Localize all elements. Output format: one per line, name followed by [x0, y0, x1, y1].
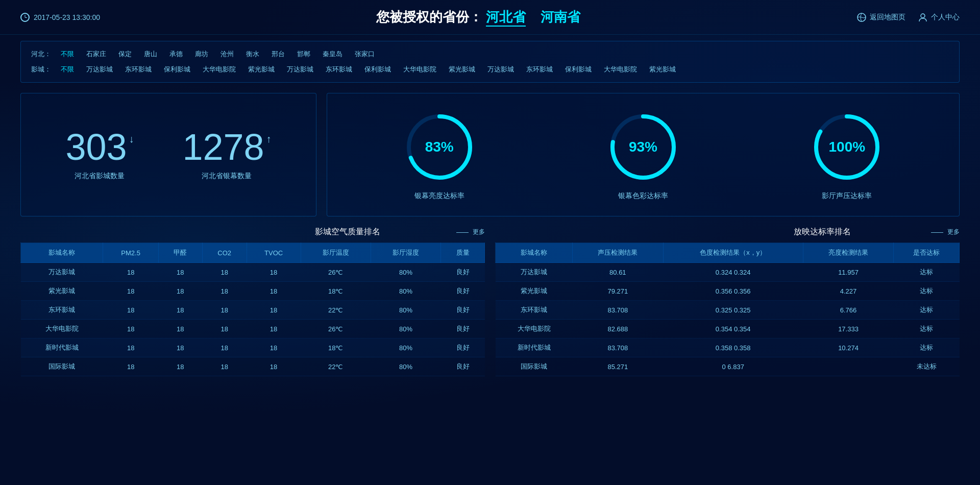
- table-cell-brightness: [803, 357, 893, 376]
- table-cell: 18: [158, 320, 202, 338]
- filter-item[interactable]: 东环影城: [523, 64, 556, 75]
- filter-item[interactable]: 保利影城: [161, 64, 193, 75]
- brightness-stat: 83% 银幕亮度达标率: [401, 109, 478, 201]
- filter-item[interactable]: 秦皇岛: [320, 48, 346, 60]
- table-cell: 22℃: [301, 301, 371, 320]
- filter-item[interactable]: 承德: [166, 48, 186, 60]
- broadcast-panel: 放映达标率排名 更多 影城名称 声压检测结果 色度检测结果（x，y） 亮度检测结…: [495, 227, 960, 376]
- table-row: 紫光影城79.2710.356 0.3564.227达标: [496, 282, 960, 301]
- filter-item[interactable]: 东环影城: [122, 64, 155, 75]
- table-cell: 18: [158, 357, 202, 376]
- filter-item[interactable]: 廊坊: [192, 48, 211, 60]
- table-row: 国际影城1818181822℃80%良好: [21, 357, 485, 376]
- broadcast-table: 影城名称 声压检测结果 色度检测结果（x，y） 亮度检测结果 是否达标 万达影城…: [495, 243, 960, 376]
- col-sound: 声压检测结果: [573, 243, 663, 263]
- filter-item[interactable]: 万达影城: [484, 64, 517, 75]
- table-cell: 80%: [371, 338, 440, 357]
- filter-item[interactable]: 唐山: [141, 48, 160, 60]
- stats-right-panel: 83% 银幕亮度达标率 93% 银幕色彩达标率 100%: [327, 93, 960, 216]
- broadcast-more[interactable]: 更多: [931, 228, 960, 236]
- table-cell: 80%: [371, 357, 440, 376]
- table-cell: 大华电影院: [21, 320, 103, 338]
- broadcast-header: 放映达标率排名 更多: [495, 227, 960, 237]
- col-cinema-name: 影城名称: [496, 243, 573, 263]
- table-cell-color: 0 6.837: [663, 357, 803, 376]
- cinema-count-number: 303 ↓: [65, 129, 134, 165]
- filter-item[interactable]: 紫光影城: [646, 64, 679, 75]
- table-cell-brightness: 17.333: [803, 320, 893, 338]
- color-pct-text: 93%: [629, 139, 657, 155]
- filter-item[interactable]: 石家庄: [83, 48, 109, 60]
- table-cell: 国际影城: [21, 357, 103, 376]
- table-cell: 18: [158, 263, 202, 282]
- table-cell: 18: [103, 263, 159, 282]
- province2[interactable]: 河南省: [541, 9, 580, 25]
- stats-left-panel: 303 ↓ 河北省影城数量 1278 ↑ 河北省银幕数量: [20, 93, 316, 216]
- stats-section: 303 ↓ 河北省影城数量 1278 ↑ 河北省银幕数量 83% 银幕亮度达标率: [20, 93, 960, 216]
- sound-pct-text: 100%: [829, 139, 866, 155]
- col-brightness: 亮度检测结果: [803, 243, 893, 263]
- user-icon: [918, 12, 928, 22]
- filter-item[interactable]: 保利影城: [562, 64, 595, 75]
- table-cell: 18: [247, 263, 301, 282]
- filter-item[interactable]: 紫光影城: [245, 64, 278, 75]
- user-nav[interactable]: 个人中心: [918, 12, 960, 22]
- table-cell-status: 达标: [894, 320, 960, 338]
- filter-item[interactable]: 保定: [115, 48, 135, 60]
- brightness-label: 银幕亮度达标率: [414, 191, 464, 201]
- table-cell: 东环影城: [496, 301, 573, 320]
- broadcast-title: 放映达标率排名: [713, 227, 931, 237]
- filter-item[interactable]: 保利影城: [361, 64, 394, 75]
- header-nav: 返回地图页 个人中心: [856, 12, 960, 22]
- table-cell: 18: [202, 357, 247, 376]
- table-cell-color: 0.358 0.358: [663, 338, 803, 357]
- sound-stat: 100% 影厅声压达标率: [808, 109, 885, 201]
- table-cell: 18: [103, 357, 159, 376]
- table-cell: 良好: [441, 263, 485, 282]
- table-row: 大华电影院1818181826℃80%良好: [21, 320, 485, 338]
- header-time: 2017-05-23 13:30:00: [20, 13, 100, 22]
- table-cell: 新时代影城: [496, 338, 573, 357]
- time-display: 2017-05-23 13:30:00: [34, 13, 100, 21]
- filter-item[interactable]: 沧州: [217, 48, 237, 60]
- filter-item[interactable]: 张家口: [352, 48, 378, 60]
- filter-item[interactable]: 衡水: [243, 48, 262, 60]
- table-cell: 新时代影城: [21, 338, 103, 357]
- table-row: 新时代影城83.7080.358 0.35810.274达标: [496, 338, 960, 357]
- table-cell: 万达影城: [21, 263, 103, 282]
- table-cell: 80%: [371, 301, 440, 320]
- table-cell: 18: [202, 282, 247, 301]
- table-row: 万达影城1818181826℃80%良好: [21, 263, 485, 282]
- filter-item[interactable]: 大华电影院: [200, 64, 239, 75]
- map-nav[interactable]: 返回地图页: [856, 12, 905, 22]
- filter-item[interactable]: 邯郸: [294, 48, 313, 60]
- table-cell-status: 达标: [894, 301, 960, 320]
- table-cell: 良好: [441, 357, 485, 376]
- table-cell: 18: [247, 282, 301, 301]
- filter-item[interactable]: 大华电影院: [601, 64, 640, 75]
- table-cell: 18: [103, 301, 159, 320]
- table-cell: 东环影城: [21, 301, 103, 320]
- filter-item[interactable]: 不限: [58, 48, 77, 60]
- filter-item[interactable]: 邢台: [268, 48, 288, 60]
- col-formaldehyde: 甲醛: [158, 243, 202, 263]
- filter-item[interactable]: 大华电影院: [400, 64, 439, 75]
- filter-item[interactable]: 东环影城: [323, 64, 355, 75]
- table-row: 国际影城85.2710 6.837未达标: [496, 357, 960, 376]
- table-row: 紫光影城1818181818℃80%良好: [21, 282, 485, 301]
- filter-item[interactable]: 万达影城: [83, 64, 116, 75]
- sound-label: 影厅声压达标率: [822, 191, 872, 201]
- filter-item[interactable]: 万达影城: [284, 64, 316, 75]
- table-cell: 80.61: [573, 263, 663, 282]
- table-cell-color: 0.325 0.325: [663, 301, 803, 320]
- province1[interactable]: 河北省: [486, 9, 526, 27]
- filter-bar: 河北： 不限 石家庄 保定 唐山 承德 廊坊 沧州 衡水 邢台 邯郸 秦皇岛 张…: [20, 41, 960, 83]
- filter-item[interactable]: 紫光影城: [446, 64, 478, 75]
- filter-item[interactable]: 不限: [58, 64, 77, 75]
- table-cell: 良好: [441, 338, 485, 357]
- table-cell-brightness: 6.766: [803, 301, 893, 320]
- air-quality-more[interactable]: 更多: [456, 228, 485, 236]
- cinema-count-box: 303 ↓ 河北省影城数量: [65, 129, 134, 181]
- cinema-trend: ↓: [129, 134, 134, 144]
- air-quality-header: 影城空气质量排名 更多: [20, 227, 485, 237]
